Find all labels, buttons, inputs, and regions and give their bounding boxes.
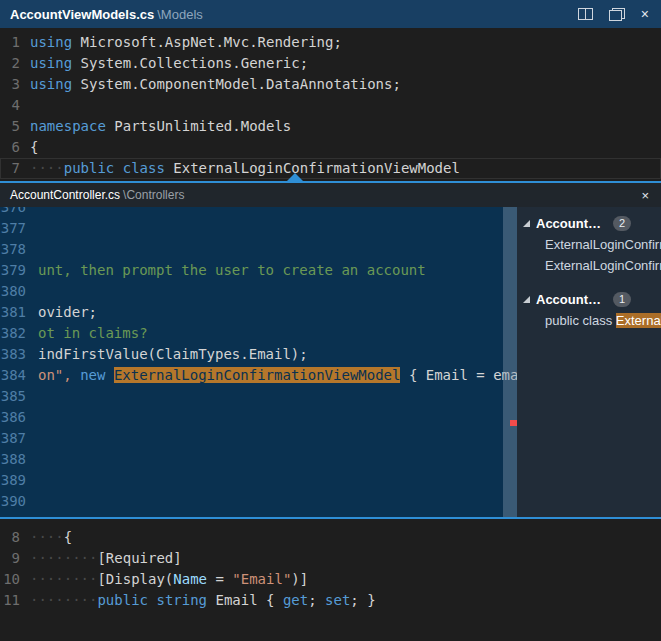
code-line-390[interactable]: 390 bbox=[0, 491, 517, 512]
reference-group-row[interactable]: Account… 1 bbox=[517, 289, 661, 310]
code-text: ····{ bbox=[30, 527, 72, 548]
file-name: AccountViewModels.cs bbox=[10, 7, 154, 22]
code-line-7[interactable]: 7····public class ExternalLoginConfirmat… bbox=[0, 158, 661, 179]
chevron-expanded-icon[interactable] bbox=[523, 220, 530, 227]
editor-window: AccountViewModels.cs \Models × 1using Mi… bbox=[0, 0, 661, 641]
code-line-380[interactable]: 380 bbox=[0, 281, 517, 302]
chevron-expanded-icon[interactable] bbox=[523, 296, 530, 303]
code-text: unt, then prompt the user to create an a… bbox=[38, 260, 426, 281]
reference-group-label: Account… bbox=[536, 292, 601, 307]
title-bar-actions: × bbox=[578, 7, 649, 21]
peek-editor[interactable]: 376377378379unt, then prompt the user to… bbox=[0, 207, 517, 517]
reference-group-row[interactable]: Account… 2 bbox=[517, 213, 661, 234]
code-line-386[interactable]: 386 bbox=[0, 407, 517, 428]
code-line-3[interactable]: 3using System.ComponentModel.DataAnnotat… bbox=[0, 74, 661, 95]
peek-anchor-arrow bbox=[287, 173, 303, 181]
code-line-381[interactable]: 381ovider; bbox=[0, 302, 517, 323]
reference-match-highlight: ExternalLoginConfirmationViewModel bbox=[616, 313, 661, 328]
peek-view: AccountController.cs \Controllers × 3763… bbox=[0, 181, 661, 519]
line-number: 377 bbox=[0, 218, 26, 239]
code-line-385[interactable]: 385 bbox=[0, 386, 517, 407]
code-text: using Microsoft.AspNet.Mvc.Rendering; bbox=[30, 32, 342, 53]
code-line-383[interactable]: 383indFirstValue(ClaimTypes.Email); bbox=[0, 344, 517, 365]
code-text: ········public string Email { get; set; … bbox=[30, 590, 376, 611]
close-icon[interactable]: × bbox=[641, 7, 649, 21]
reference-item[interactable]: ExternalLoginConfirmationViewModel bbox=[517, 234, 661, 255]
line-number: 1 bbox=[0, 32, 20, 53]
code-text: ot in claims? bbox=[38, 323, 148, 344]
code-text: namespace PartsUnlimited.Models bbox=[30, 116, 291, 137]
error-marker bbox=[510, 420, 517, 426]
line-number: 389 bbox=[0, 470, 26, 491]
line-number: 383 bbox=[0, 344, 26, 365]
code-line-9[interactable]: 9········[Required] bbox=[0, 548, 661, 569]
code-line-5[interactable]: 5namespace PartsUnlimited.Models bbox=[0, 116, 661, 137]
code-text: using System.ComponentModel.DataAnnotati… bbox=[30, 74, 401, 95]
line-number: 10 bbox=[0, 569, 20, 590]
peek-file-name: AccountController.cs bbox=[10, 188, 120, 202]
side-by-side-icon[interactable] bbox=[609, 8, 625, 21]
line-number: 8 bbox=[0, 527, 20, 548]
code-line-2[interactable]: 2using System.Collections.Generic; bbox=[0, 53, 661, 74]
peek-references-panel: Account… 2 ExternalLoginConfirmationView… bbox=[517, 207, 661, 517]
code-text: indFirstValue(ClaimTypes.Email); bbox=[38, 344, 308, 365]
reference-text: public class bbox=[545, 313, 616, 328]
peek-scrollbar[interactable] bbox=[503, 207, 517, 517]
code-text: ····public class ExternalLoginConfirmati… bbox=[30, 158, 460, 179]
line-number: 4 bbox=[0, 95, 20, 116]
line-number: 2 bbox=[0, 53, 20, 74]
line-number: 5 bbox=[0, 116, 20, 137]
code-line-379[interactable]: 379unt, then prompt the user to create a… bbox=[0, 260, 517, 281]
code-text: on", new ExternalLoginConfirmationViewMo… bbox=[38, 365, 517, 386]
code-line-378[interactable]: 378 bbox=[0, 239, 517, 260]
code-line-8[interactable]: 8····{ bbox=[0, 527, 661, 548]
code-line-4[interactable]: 4 bbox=[0, 95, 661, 116]
peek-header: AccountController.cs \Controllers × bbox=[0, 183, 661, 207]
code-line-388[interactable]: 388 bbox=[0, 449, 517, 470]
line-number: 11 bbox=[0, 590, 20, 611]
code-line-376[interactable]: 376 bbox=[0, 207, 517, 218]
code-line-377[interactable]: 377 bbox=[0, 218, 517, 239]
line-number: 3 bbox=[0, 74, 20, 95]
split-editor-icon[interactable] bbox=[578, 8, 593, 20]
line-number: 381 bbox=[0, 302, 26, 323]
reference-count-badge: 2 bbox=[613, 216, 631, 231]
editor-title-bar: AccountViewModels.cs \Models × bbox=[0, 0, 661, 28]
reference-group-label: Account… bbox=[536, 216, 601, 231]
line-number: 388 bbox=[0, 449, 26, 470]
code-line-11[interactable]: 11········public string Email { get; set… bbox=[0, 590, 661, 611]
editor-code-bottom[interactable]: 8····{9········[Required]10········[Disp… bbox=[0, 519, 661, 641]
code-line-382[interactable]: 382ot in claims? bbox=[0, 323, 517, 344]
reference-item[interactable]: ExternalLoginConfirmationViewModel bbox=[517, 255, 661, 276]
peek-code: 376377378379unt, then prompt the user to… bbox=[0, 207, 517, 517]
code-line-384[interactable]: 384on", new ExternalLoginConfirmationVie… bbox=[0, 365, 517, 386]
reference-item[interactable]: public class ExternalLoginConfirmationVi… bbox=[517, 310, 661, 331]
file-path: \Models bbox=[157, 7, 203, 22]
code-line-387[interactable]: 387 bbox=[0, 428, 517, 449]
code-text: ········[Display(Name = "Email")] bbox=[30, 569, 308, 590]
peek-file-path: \Controllers bbox=[123, 188, 184, 202]
code-line-6[interactable]: 6{ bbox=[0, 137, 661, 158]
code-text: ········[Required] bbox=[30, 548, 182, 569]
line-number: 387 bbox=[0, 428, 26, 449]
code-line-1[interactable]: 1using Microsoft.AspNet.Mvc.Rendering; bbox=[0, 32, 661, 53]
code-line-391[interactable]: 391 bbox=[0, 512, 517, 517]
peek-close-icon[interactable]: × bbox=[641, 189, 649, 202]
line-number: 378 bbox=[0, 239, 26, 260]
line-number: 390 bbox=[0, 491, 26, 512]
line-number: 391 bbox=[0, 512, 26, 517]
line-number: 385 bbox=[0, 386, 26, 407]
line-number: 376 bbox=[0, 207, 26, 218]
editor-code-top[interactable]: 1using Microsoft.AspNet.Mvc.Rendering;2u… bbox=[0, 28, 661, 181]
line-number: 384 bbox=[0, 365, 26, 386]
code-text: ovider; bbox=[38, 302, 97, 323]
code-line-10[interactable]: 10········[Display(Name = "Email")] bbox=[0, 569, 661, 590]
line-number: 386 bbox=[0, 407, 26, 428]
code-text: using System.Collections.Generic; bbox=[30, 53, 308, 74]
line-number: 380 bbox=[0, 281, 26, 302]
code-line-389[interactable]: 389 bbox=[0, 470, 517, 491]
line-number: 382 bbox=[0, 323, 26, 344]
code-text: { bbox=[30, 137, 38, 158]
line-number: 7 bbox=[0, 158, 20, 179]
line-number: 379 bbox=[0, 260, 26, 281]
